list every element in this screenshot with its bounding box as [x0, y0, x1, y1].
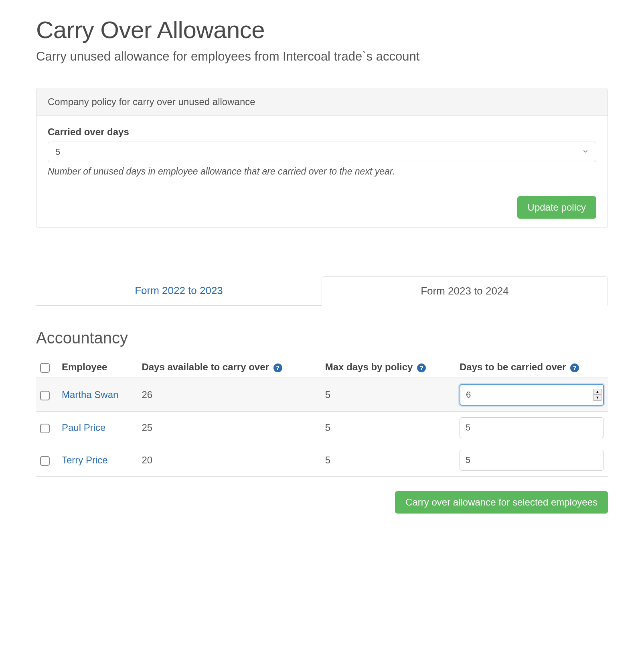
year-tabs: Form 2022 to 2023 Form 2023 to 2024 — [36, 276, 608, 306]
select-all-checkbox[interactable] — [40, 363, 50, 373]
days-available: 20 — [138, 444, 321, 477]
table-row: Terry Price205 — [36, 444, 608, 477]
help-icon[interactable]: ? — [273, 363, 282, 372]
col-available: Days available to carry over ? — [138, 357, 321, 378]
policy-panel: Company policy for carry over unused all… — [36, 88, 608, 228]
employee-link[interactable]: Terry Price — [62, 455, 108, 465]
carried-over-days-select[interactable]: 5 — [48, 142, 596, 162]
employee-link[interactable]: Martha Swan — [62, 389, 118, 400]
max-days: 5 — [321, 378, 456, 412]
page-subtitle: Carry unused allowance for employees fro… — [36, 49, 608, 64]
carried-over-days-help: Number of unused days in employee allowa… — [48, 166, 596, 177]
carried-over-days-label: Carried over days — [48, 126, 596, 138]
days-available: 26 — [138, 378, 321, 412]
help-icon[interactable]: ? — [417, 363, 426, 372]
table-row: Martha Swan265▲▼ — [36, 378, 608, 412]
days-available: 25 — [138, 412, 321, 444]
row-checkbox[interactable] — [40, 424, 50, 433]
days-to-carry-input[interactable] — [460, 384, 604, 406]
col-max: Max days by policy ? — [321, 357, 456, 378]
max-days: 5 — [321, 444, 456, 477]
row-checkbox[interactable] — [40, 391, 50, 400]
tab-2023-2024[interactable]: Form 2023 to 2024 — [322, 276, 608, 306]
carry-over-selected-button[interactable]: Carry over allowance for selected employ… — [395, 491, 608, 514]
col-carried: Days to be carried over ? — [456, 357, 608, 378]
stepper-down-icon[interactable]: ▼ — [593, 395, 601, 401]
table-row: Paul Price255 — [36, 412, 608, 444]
help-icon[interactable]: ? — [570, 363, 579, 372]
row-checkbox[interactable] — [40, 456, 50, 466]
department-heading: Accountancy — [36, 329, 608, 347]
policy-panel-body: Carried over days 5 Number of unused day… — [36, 116, 608, 227]
stepper-up-icon[interactable]: ▲ — [593, 389, 601, 395]
tab-2022-2023[interactable]: Form 2022 to 2023 — [36, 276, 322, 306]
policy-panel-heading: Company policy for carry over unused all… — [36, 88, 608, 116]
col-employee: Employee — [58, 357, 138, 378]
days-to-carry-input[interactable] — [460, 417, 604, 438]
update-policy-button[interactable]: Update policy — [517, 196, 596, 219]
employee-link[interactable]: Paul Price — [62, 422, 105, 433]
max-days: 5 — [321, 412, 456, 444]
days-to-carry-input[interactable] — [460, 450, 604, 471]
page-title: Carry Over Allowance — [36, 16, 608, 44]
employee-table: Employee Days available to carry over ? … — [36, 357, 608, 477]
